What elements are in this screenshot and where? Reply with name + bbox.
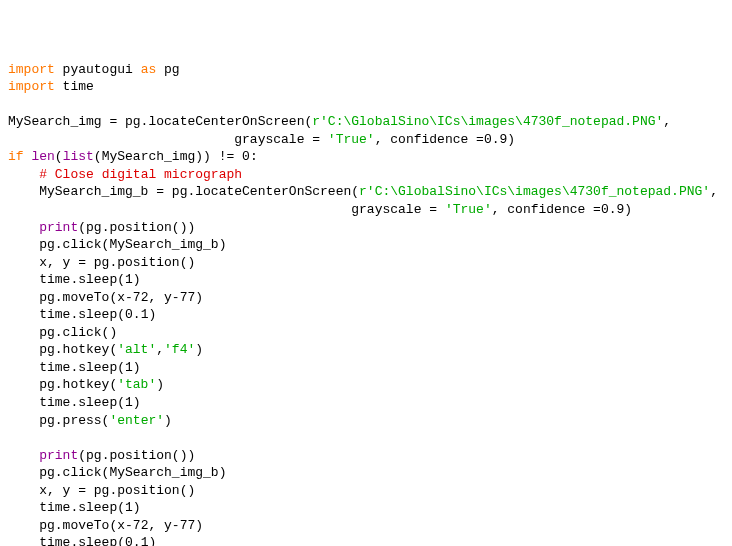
code-token: MySearch_img = pg.locateCenterOnScreen(	[8, 114, 312, 129]
code-token: time.sleep(	[8, 360, 125, 375]
code-token: )	[133, 500, 141, 515]
code-token: print	[39, 448, 78, 463]
code-token: MySearch_img_b = pg.locateCenterOnScreen…	[8, 184, 359, 199]
code-token: pg.click(MySearch_img_b)	[8, 237, 226, 252]
code-token: r'C:\GlobalSino\ICs\images\4730f_notepad…	[312, 114, 663, 129]
code-token: 0.9	[601, 202, 624, 217]
code-token: 'enter'	[109, 413, 164, 428]
code-token: )	[164, 413, 172, 428]
code-token: ,	[663, 114, 671, 129]
code-token: # Close digital micrograph	[39, 167, 242, 182]
code-block: import pyautogui as pg import time MySea…	[8, 61, 724, 546]
code-token: print	[39, 220, 78, 235]
code-token: list	[63, 149, 94, 164]
code-token: pg.moveTo(x-	[8, 290, 133, 305]
code-token: time.sleep(	[8, 535, 125, 546]
code-token: 72	[133, 290, 149, 305]
code-token: 77	[180, 290, 196, 305]
code-token: time.sleep(	[8, 500, 125, 515]
code-token: pg.click(MySearch_img_b)	[8, 465, 226, 480]
code-token: pg.hotkey(	[8, 342, 117, 357]
code-token: )	[624, 202, 632, 217]
code-token: pg.hotkey(	[8, 377, 117, 392]
code-token: grayscale =	[8, 202, 445, 217]
code-token: 'True'	[328, 132, 375, 147]
code-token	[8, 448, 39, 463]
code-token: if	[8, 149, 31, 164]
code-token	[8, 167, 39, 182]
code-token: 'alt'	[117, 342, 156, 357]
code-token: )	[133, 395, 141, 410]
code-token: )	[156, 377, 164, 392]
code-token: 'f4'	[164, 342, 195, 357]
code-token: x, y = pg.position()	[8, 255, 195, 270]
code-token: import	[8, 62, 63, 77]
code-token: 0.1	[125, 307, 148, 322]
code-token: 77	[180, 518, 196, 533]
code-token: pyautogui	[63, 62, 141, 77]
code-token: r'C:\GlobalSino\ICs\images\4730f_notepad…	[359, 184, 710, 199]
code-token: , confidence =	[492, 202, 601, 217]
code-token: )	[148, 307, 156, 322]
code-token: time.sleep(	[8, 307, 125, 322]
code-token: (pg.position())	[78, 448, 195, 463]
code-token: 0.1	[125, 535, 148, 546]
code-token: )	[195, 342, 203, 357]
code-token: 1	[125, 360, 133, 375]
code-token: time.sleep(	[8, 395, 125, 410]
code-token: pg.click()	[8, 325, 117, 340]
code-token: :	[250, 149, 258, 164]
code-token: len	[31, 149, 54, 164]
code-token: 0	[242, 149, 250, 164]
code-token: 'tab'	[117, 377, 156, 392]
code-token: 'True'	[445, 202, 492, 217]
code-token: import	[8, 79, 63, 94]
code-token: 72	[133, 518, 149, 533]
code-token: ,	[156, 342, 164, 357]
code-token: )	[133, 360, 141, 375]
code-token: (pg.position())	[78, 220, 195, 235]
code-token: , y-	[148, 290, 179, 305]
code-token: )	[195, 518, 203, 533]
code-token: 1	[125, 395, 133, 410]
code-token: )	[195, 290, 203, 305]
code-token: pg.moveTo(x-	[8, 518, 133, 533]
code-token: 0.9	[484, 132, 507, 147]
code-token: (MySearch_img)) !=	[94, 149, 242, 164]
code-token: , confidence =	[375, 132, 484, 147]
code-token: grayscale =	[8, 132, 328, 147]
code-token: time	[63, 79, 94, 94]
code-token: 1	[125, 500, 133, 515]
code-token: )	[507, 132, 515, 147]
code-token: )	[133, 272, 141, 287]
code-token: , y-	[148, 518, 179, 533]
code-token	[8, 220, 39, 235]
code-token: 1	[125, 272, 133, 287]
code-token: ,	[710, 184, 718, 199]
code-token: x, y = pg.position()	[8, 483, 195, 498]
code-token: pg	[164, 62, 180, 77]
code-token: pg.press(	[8, 413, 109, 428]
code-token: )	[148, 535, 156, 546]
code-token: time.sleep(	[8, 272, 125, 287]
code-token: (	[55, 149, 63, 164]
code-token: as	[141, 62, 164, 77]
